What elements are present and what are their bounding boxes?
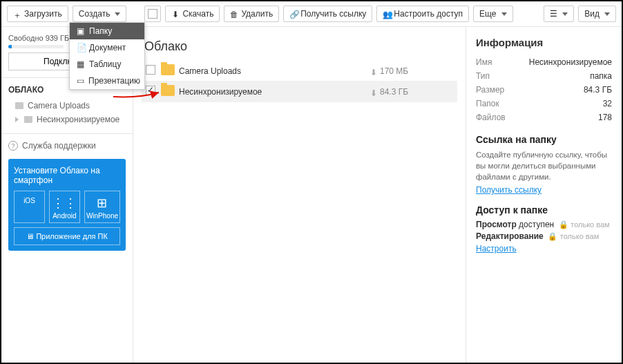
dd-label: Таблицу xyxy=(89,59,121,69)
document-icon: 📄 xyxy=(77,43,85,52)
access-label: Просмотр xyxy=(476,220,517,229)
kv-value: 32 xyxy=(603,99,612,108)
promo-label: Android xyxy=(52,212,76,220)
kv-label: Имя xyxy=(476,57,492,67)
dd-label: Документ xyxy=(89,43,126,52)
upload-label: Загрузить xyxy=(24,9,62,19)
caret-down-icon xyxy=(501,12,507,16)
presentation-icon: ▭ xyxy=(77,76,84,86)
dd-label: Папку xyxy=(89,26,112,36)
sort-button[interactable]: ☰ xyxy=(544,6,574,22)
lock-icon: 🔒 xyxy=(559,220,568,229)
create-folder-item[interactable]: ▣Папку xyxy=(70,23,144,39)
kv-value: Несинхронизируемое xyxy=(529,57,612,67)
download-icon: ⬇ xyxy=(370,88,377,95)
download-button[interactable]: ⬇Скачать xyxy=(165,6,220,22)
folder-icon: ▣ xyxy=(77,26,85,36)
sort-icon: ☰ xyxy=(550,9,557,19)
link-icon: 🔗 xyxy=(289,10,298,18)
create-dropdown: ▣Папку 📄Документ ▦Таблицу ▭Презентацию xyxy=(69,22,145,90)
folder-icon xyxy=(161,64,175,75)
download-icon: ⬇ xyxy=(370,68,377,75)
promo-pc-label: Приложение для ПК xyxy=(36,232,108,240)
link-section-desc: Создайте публичную ссылку, чтобы вы могл… xyxy=(476,149,612,182)
access-state: доступен xyxy=(519,220,554,229)
support-link[interactable]: ?Служба поддержки xyxy=(8,141,126,151)
file-size: 170 МБ xyxy=(380,66,408,76)
promo-pc[interactable]: 🖥 Приложение для ПК xyxy=(14,227,120,245)
storage-progress xyxy=(8,45,64,48)
kv-label: Размер xyxy=(476,85,504,95)
create-document-item[interactable]: 📄Документ xyxy=(70,39,144,56)
share-button[interactable]: 👥Настроить доступ xyxy=(376,6,469,22)
folder-icon xyxy=(15,102,23,109)
caret-down-icon xyxy=(115,12,120,16)
trash-icon: 🗑 xyxy=(230,10,238,18)
promo-label: WinPhone xyxy=(86,212,118,220)
getlink-link[interactable]: Получить ссылку xyxy=(476,185,541,195)
caret-down-icon xyxy=(604,12,610,16)
configure-access-link[interactable]: Настроить xyxy=(476,244,517,253)
expand-icon[interactable] xyxy=(15,117,19,122)
folder-icon xyxy=(24,116,32,123)
windows-icon: ⊞ xyxy=(86,195,118,211)
link-section-title: Ссылка на папку xyxy=(476,134,612,145)
sidebar-item-nosync[interactable]: Несинхронизируемое xyxy=(8,113,126,126)
info-panel: Информация ИмяНесинхронизируемое Типпапк… xyxy=(466,27,622,363)
file-row[interactable]: Несинхронизируемое ⬇84.3 ГБ xyxy=(142,82,457,102)
support-label: Служба поддержки xyxy=(22,141,96,151)
getlink-label: Получить ссылку xyxy=(300,9,366,19)
breadcrumb[interactable]: Облако xyxy=(144,39,457,54)
create-presentation-item[interactable]: ▭Презентацию xyxy=(70,73,144,89)
delete-button[interactable]: 🗑Удалить xyxy=(224,6,279,22)
file-name: Несинхронизируемое xyxy=(179,87,370,97)
select-all-checkbox[interactable] xyxy=(144,6,161,22)
android-icon: ⋮⋮ xyxy=(51,195,78,211)
access-edit-line: Редактирование 🔒 только вам xyxy=(476,231,612,241)
promo-label: iOS xyxy=(23,197,35,204)
download-label: Скачать xyxy=(182,9,213,19)
download-icon: ⬇ xyxy=(171,10,180,18)
plus-icon: ＋ xyxy=(13,10,21,18)
create-button[interactable]: Создать xyxy=(73,6,127,22)
kv-label: Папок xyxy=(476,99,499,108)
view-label: Вид xyxy=(584,9,600,19)
view-button[interactable]: Вид xyxy=(578,6,616,22)
dd-label: Презентацию xyxy=(88,76,140,86)
main-panel: Облако Camera Uploads ⬇170 МБ Несинхрони… xyxy=(133,27,466,363)
create-label: Создать xyxy=(79,9,111,19)
row-checkbox[interactable] xyxy=(146,86,155,95)
getlink-button[interactable]: 🔗Получить ссылку xyxy=(283,6,372,22)
share-label: Настроить доступ xyxy=(394,9,463,19)
people-icon: 👥 xyxy=(383,10,391,18)
sidebar-item-camera[interactable]: Camera Uploads xyxy=(8,99,126,113)
access-view-line: Просмотр доступен 🔒 только вам xyxy=(476,220,612,229)
tree-label: Несинхронизируемое xyxy=(37,115,119,124)
kv-value: папка xyxy=(590,71,612,81)
more-button[interactable]: Еще xyxy=(473,6,512,22)
promo-panel: Установите Облако на смартфон iOS ⋮⋮Andr… xyxy=(8,159,126,251)
only-you-label: только вам xyxy=(571,220,609,229)
lock-icon: 🔒 xyxy=(548,232,557,240)
table-icon: ▦ xyxy=(77,59,85,69)
upload-button[interactable]: ＋Загрузить xyxy=(7,6,68,22)
promo-title: Установите Облако на смартфон xyxy=(14,166,120,185)
promo-android[interactable]: ⋮⋮Android xyxy=(49,191,80,223)
kv-label: Файлов xyxy=(476,113,506,122)
file-name: Camera Uploads xyxy=(179,66,370,76)
help-icon: ? xyxy=(8,141,18,151)
access-label: Редактирование xyxy=(476,231,544,241)
row-checkbox[interactable] xyxy=(146,65,155,75)
kv-value: 84.3 ГБ xyxy=(584,85,612,95)
monitor-icon: 🖥 xyxy=(26,232,36,240)
file-size: 84.3 ГБ xyxy=(380,87,408,97)
promo-winphone[interactable]: ⊞WinPhone xyxy=(84,191,120,223)
more-label: Еще xyxy=(479,9,496,19)
file-row[interactable]: Camera Uploads ⬇170 МБ xyxy=(142,61,457,82)
only-you-label: только вам xyxy=(560,232,599,240)
create-table-item[interactable]: ▦Таблицу xyxy=(70,56,144,73)
delete-label: Удалить xyxy=(241,9,273,19)
promo-ios[interactable]: iOS xyxy=(14,191,45,223)
kv-value: 178 xyxy=(598,113,612,122)
folder-icon xyxy=(161,85,175,96)
